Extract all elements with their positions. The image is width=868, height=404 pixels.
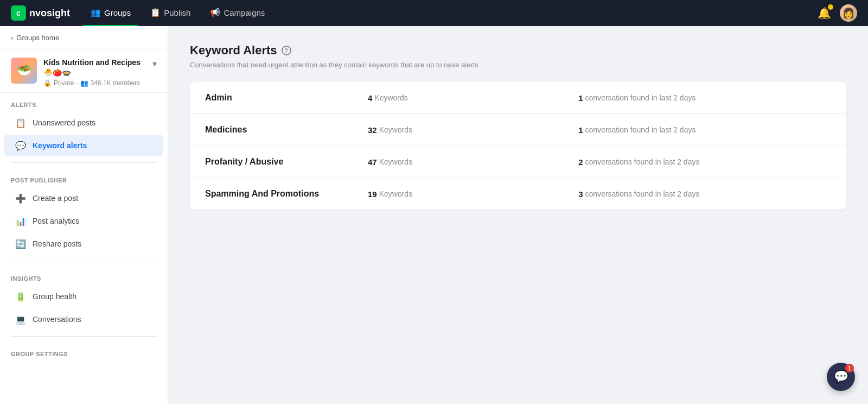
group-members: 346.1K members (91, 79, 140, 87)
keyword-name-profanity: Profanity / Abusive (205, 157, 368, 167)
conversations-label: Conversations (33, 315, 81, 324)
group-health-icon: 🔋 (15, 291, 26, 302)
nav-campaigns[interactable]: 📢 Campaigns (202, 0, 272, 26)
publish-icon: 📋 (150, 8, 161, 17)
sidebar-item-create-post[interactable]: ➕ Create a post (4, 187, 163, 209)
page-subtitle: Conversations that need urgent attention… (190, 61, 846, 69)
topnav-right: 🔔 👩 (818, 4, 857, 22)
sidebar-item-conversations[interactable]: 💻 Conversations (4, 308, 163, 330)
page-title: Keyword Alerts (190, 43, 277, 58)
sidebar-item-keyword-alerts[interactable]: 💬 Keyword alerts (4, 135, 163, 156)
section-label-insights: INSIGHTS (0, 267, 168, 285)
chat-button[interactable]: 💬 1 (827, 363, 855, 391)
app-logo[interactable]: c nvosight (11, 5, 70, 21)
back-to-groups[interactable]: ‹ Groups home (0, 26, 168, 50)
members-icon: 👥 (80, 79, 88, 87)
back-label: Groups home (16, 34, 59, 42)
create-post-icon: ➕ (15, 193, 26, 204)
back-arrow-icon: ‹ (11, 34, 13, 42)
keyword-row-profanity[interactable]: Profanity / Abusive 47 Keywords 2 conver… (190, 146, 846, 178)
keyword-count-spamming: 19 Keywords (368, 190, 578, 199)
chat-badge: 1 (845, 364, 854, 373)
unanswered-posts-icon: 📋 (15, 117, 26, 128)
app-name: nvosight (29, 8, 70, 19)
keyword-conv-medicines: 1 conversation found in last 2 days (578, 125, 831, 135)
sidebar: ‹ Groups home 🥗 Kids Nutrition and Recip… (0, 26, 168, 404)
divider-2 (11, 261, 157, 261)
keyword-conv-profanity: 2 conversations found in last 2 days (578, 157, 831, 167)
help-icon[interactable]: ? (282, 46, 291, 55)
group-info-section: 🥗 Kids Nutrition and Recipes 🐣🍅🍲 🔒 Priva… (0, 50, 168, 93)
post-analytics-label: Post analytics (33, 217, 79, 225)
post-analytics-icon: 📊 (15, 216, 26, 226)
nav-publish-label: Publish (164, 8, 190, 17)
sidebar-item-post-analytics[interactable]: 📊 Post analytics (4, 210, 163, 232)
group-details: Kids Nutrition and Recipes 🐣🍅🍲 🔒 Private… (43, 58, 146, 87)
section-label-post-publisher: POST PUBLISHER (0, 168, 168, 187)
section-label-group-settings: GROUP SETTINGS (0, 342, 168, 361)
notification-badge (828, 4, 833, 10)
keyword-conv-spamming: 3 conversations found in last 2 days (578, 190, 831, 199)
keyword-alerts-icon: 💬 (15, 140, 26, 151)
keyword-row-spamming[interactable]: Spamming And Promotions 19 Keywords 3 co… (190, 178, 846, 210)
group-privacy: Private (54, 79, 74, 87)
group-dropdown-icon[interactable]: ▾ (152, 58, 157, 69)
keyword-count-profanity: 47 Keywords (368, 157, 578, 167)
group-meta: 🔒 Private · 👥 346.1K members (43, 79, 146, 87)
groups-icon: 👥 (91, 8, 101, 17)
keyword-row-admin[interactable]: Admin 4 Keywords 1 conversation found in… (190, 82, 846, 114)
keyword-count-admin: 4 Keywords (368, 93, 578, 103)
user-avatar[interactable]: 👩 (840, 4, 857, 22)
nav-campaigns-label: Campaigns (224, 8, 265, 17)
logo-icon: c (11, 5, 26, 21)
conversations-icon: 💻 (15, 314, 26, 325)
page-header: Keyword Alerts ? (190, 43, 846, 58)
sidebar-item-unanswered-posts[interactable]: 📋 Unanswered posts (4, 112, 163, 134)
nav-groups-label: Groups (104, 8, 131, 17)
keyword-alerts-table: Admin 4 Keywords 1 conversation found in… (190, 82, 846, 210)
lock-icon: 🔒 (43, 79, 52, 87)
group-name: Kids Nutrition and Recipes 🐣🍅🍲 (43, 58, 146, 77)
app-layout: ‹ Groups home 🥗 Kids Nutrition and Recip… (0, 26, 868, 404)
nav-groups[interactable]: 👥 Groups (83, 0, 138, 26)
top-navigation: c nvosight 👥 Groups 📋 Publish 📢 Campaign… (0, 0, 868, 26)
main-content: Keyword Alerts ? Conversations that need… (168, 26, 868, 404)
group-health-label: Group health (33, 292, 76, 301)
keyword-alerts-label: Keyword alerts (33, 141, 87, 150)
keyword-name-admin: Admin (205, 93, 368, 103)
keyword-count-medicines: 32 Keywords (368, 125, 578, 135)
keyword-conv-admin: 1 conversation found in last 2 days (578, 93, 831, 103)
sidebar-item-reshare-posts[interactable]: 🔄 Reshare posts (4, 233, 163, 255)
keyword-row-medicines[interactable]: Medicines 32 Keywords 1 conversation fou… (190, 114, 846, 146)
keyword-name-spamming: Spamming And Promotions (205, 189, 368, 199)
section-label-alerts: ALERTS (0, 93, 168, 111)
divider-3 (11, 336, 157, 337)
notification-bell[interactable]: 🔔 (818, 7, 831, 20)
chat-icon: 💬 (834, 370, 848, 384)
keyword-name-medicines: Medicines (205, 125, 368, 135)
sidebar-item-group-health[interactable]: 🔋 Group health (4, 286, 163, 307)
create-post-label: Create a post (33, 194, 78, 203)
group-thumbnail: 🥗 (11, 58, 37, 84)
reshare-posts-icon: 🔄 (15, 238, 26, 249)
campaigns-icon: 📢 (210, 8, 220, 17)
unanswered-posts-label: Unanswered posts (33, 118, 95, 127)
nav-publish[interactable]: 📋 Publish (143, 0, 198, 26)
divider-1 (11, 162, 157, 163)
reshare-posts-label: Reshare posts (33, 239, 81, 248)
